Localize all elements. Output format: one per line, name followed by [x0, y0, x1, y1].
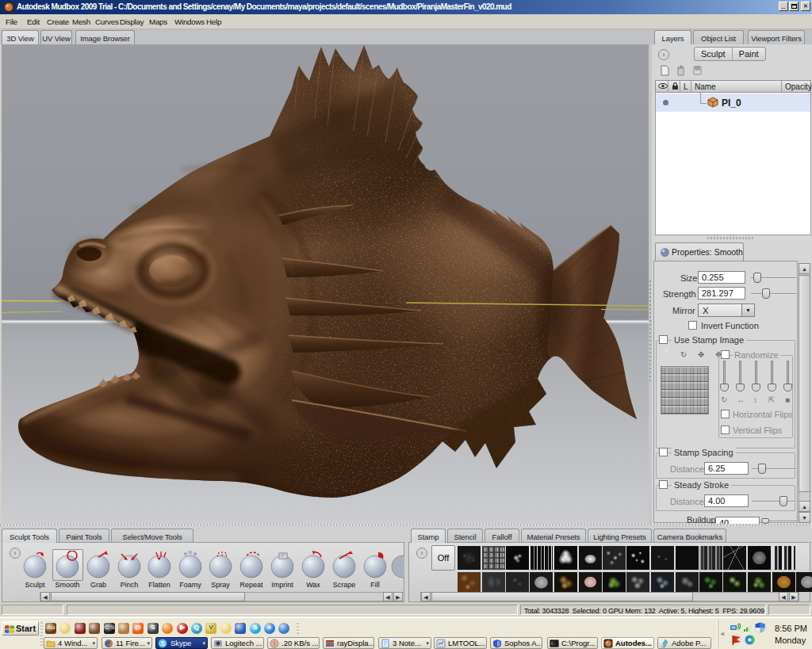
svg-text:C:: C: — [551, 642, 556, 647]
svg-text:S: S — [160, 639, 165, 647]
